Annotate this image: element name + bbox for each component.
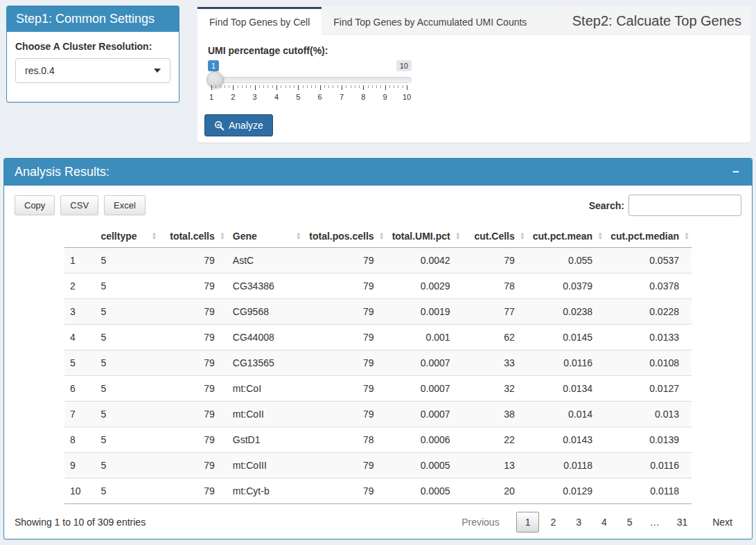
table-cell: 5 — [64, 350, 95, 376]
slider-tick — [242, 85, 243, 88]
table-row[interactable]: 7579mt:CoII790.0007380.0140.013 — [64, 402, 692, 427]
table-cell: CG34386 — [227, 274, 304, 299]
table-row[interactable]: 5579CG13565790.0007330.01160.0108 — [64, 350, 692, 376]
slider-tick-label: 2 — [231, 93, 235, 101]
slider-tick — [315, 85, 316, 88]
page-button-2[interactable]: 2 — [541, 512, 565, 533]
copy-export-button[interactable]: Copy — [15, 195, 55, 215]
table-cell: 0.0129 — [527, 479, 605, 504]
collapse-minus-icon[interactable]: − — [730, 166, 741, 178]
umi-cutoff-label: UMI percentage cutoff(%): — [208, 45, 740, 56]
column-header-cut.pct.median[interactable]: cut.pct.median — [605, 225, 692, 248]
page-button-5[interactable]: 5 — [618, 512, 642, 533]
table-cell: 0.0127 — [605, 376, 692, 402]
umi-cutoff-slider[interactable]: 1 10 12345678910 — [208, 60, 412, 110]
slider-tick — [407, 85, 407, 90]
table-row[interactable]: 10579mt:Cyt-b790.0005200.01290.0118 — [64, 479, 692, 504]
slider-tick-label: 5 — [296, 93, 300, 101]
page-button-4[interactable]: 4 — [592, 512, 616, 533]
table-cell: 0.0379 — [527, 274, 605, 299]
table-row[interactable]: 9579mt:CoIII790.0005130.01180.0116 — [64, 453, 692, 479]
step2-title: Step2: Calcuate Top Genes — [572, 7, 750, 35]
table-toolbar: CopyCSVExcel Search: — [15, 195, 741, 216]
slider-tick — [385, 85, 386, 90]
table-row[interactable]: 2579CG34386790.0029780.03790.0378 — [64, 274, 692, 299]
cluster-resolution-value: res.0.4 — [25, 65, 55, 76]
table-cell: 79 — [304, 299, 387, 325]
table-row[interactable]: 8579GstD1780.0006220.01430.0139 — [64, 427, 692, 453]
page-button-3[interactable]: 3 — [567, 512, 590, 533]
slider-tick — [259, 85, 260, 88]
search-input[interactable] — [628, 195, 741, 216]
table-cell: 5 — [95, 299, 159, 325]
slider-tick — [394, 85, 394, 88]
step1-header: Step1: Common Settings — [7, 6, 179, 32]
table-cell: 0.0133 — [605, 325, 692, 350]
table-cell: 33 — [463, 350, 527, 376]
sort-icon — [152, 232, 157, 240]
table-cell: CG13565 — [227, 350, 304, 376]
tab-find-top-genes-by-cell[interactable]: Find Top Genes by Cell — [197, 7, 322, 35]
table-cell: 79 — [304, 248, 387, 274]
slider-tick — [337, 85, 338, 88]
table-cell: 0.0118 — [605, 479, 692, 504]
table-search: Search: — [589, 195, 741, 216]
slider-tick — [276, 85, 277, 90]
tab-find-top-genes-by-umi[interactable]: Find Top Genes by Accumulated UMI Counts — [322, 7, 538, 35]
sort-icon — [220, 232, 225, 240]
cluster-resolution-select[interactable]: res.0.4 — [15, 58, 170, 83]
sort-icon — [520, 232, 525, 240]
table-cell: mt:CoII — [227, 402, 304, 427]
page-button-1[interactable]: 1 — [516, 512, 540, 533]
table-cell: 20 — [463, 479, 527, 504]
analyze-button[interactable]: Analyze — [204, 114, 273, 136]
table-cell: 79 — [304, 350, 387, 376]
column-header-rownum[interactable] — [64, 225, 95, 248]
sort-icon — [455, 232, 461, 240]
column-header-total.UMI.pct[interactable]: total.UMI.pct — [387, 225, 463, 248]
slider-track[interactable] — [208, 77, 412, 83]
table-row[interactable]: 6579mt:CoI790.0007320.01340.0127 — [64, 376, 692, 402]
slider-ticks: 12345678910 — [211, 85, 407, 109]
table-cell: CG9568 — [227, 299, 304, 325]
table-row[interactable]: 3579CG9568790.0019770.02380.0228 — [64, 299, 692, 325]
table-cell: 79 — [159, 325, 227, 350]
table-cell: 10 — [64, 479, 95, 504]
table-cell: 77 — [463, 299, 527, 325]
pagination-ellipsis: … — [644, 512, 666, 533]
slider-tick — [363, 85, 364, 90]
previous-button[interactable]: Previous — [452, 512, 508, 533]
table-cell: 79 — [159, 376, 227, 402]
column-header-cut.Cells[interactable]: cut.Cells — [463, 225, 527, 248]
search-label: Search: — [589, 200, 624, 211]
sort-icon — [597, 232, 603, 240]
column-header-total.cells[interactable]: total.cells — [159, 225, 227, 248]
slider-tick — [272, 85, 273, 88]
table-cell: 3 — [64, 299, 95, 325]
column-header-celltype[interactable]: celltype — [95, 225, 159, 248]
column-header-Gene[interactable]: Gene — [227, 225, 304, 248]
table-cell: 0.0139 — [605, 427, 692, 453]
slider-tick — [285, 85, 286, 88]
slider-tick — [294, 85, 295, 88]
table-cell: 0.001 — [387, 325, 463, 350]
sort-icon — [684, 232, 689, 240]
slider-tick — [398, 85, 398, 88]
table-row[interactable]: 1579AstC790.0042790.0550.0537 — [64, 248, 692, 274]
column-label: celltype — [100, 231, 137, 242]
table-cell: 0.0006 — [387, 427, 463, 453]
export-buttons: CopyCSVExcel — [15, 195, 146, 215]
excel-export-button[interactable]: Excel — [104, 195, 146, 215]
table-row[interactable]: 4579CG44008790.001620.01450.0133 — [64, 325, 692, 350]
page-button-31[interactable]: 31 — [668, 512, 697, 533]
next-button[interactable]: Next — [703, 512, 741, 533]
table-cell: GstD1 — [227, 427, 304, 453]
table-cell: 0.013 — [605, 402, 692, 427]
results-title: Analysis Results: — [15, 165, 109, 179]
csv-export-button[interactable]: CSV — [60, 195, 98, 215]
slider-tick — [342, 85, 342, 90]
table-cell: 6 — [64, 376, 95, 402]
column-header-cut.pct.mean[interactable]: cut.pct.mean — [527, 225, 605, 248]
table-cell: 0.0134 — [527, 376, 605, 402]
column-header-total.pos.cells[interactable]: total.pos.cells — [304, 225, 387, 248]
